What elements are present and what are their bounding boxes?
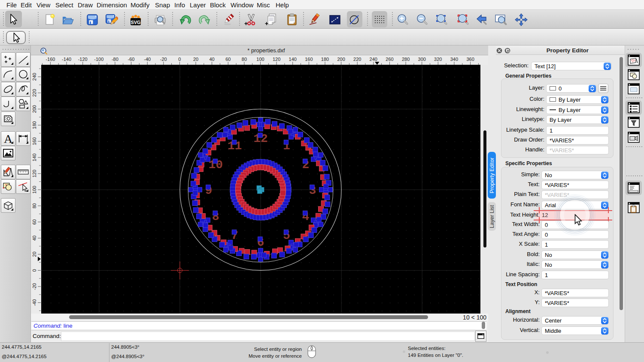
svg-text:80: 80: [32, 203, 37, 208]
svg-text:60: 60: [32, 219, 37, 224]
svg-text:200: 200: [337, 57, 345, 62]
svg-text:-20: -20: [160, 57, 167, 62]
svg-text:220: 220: [32, 89, 37, 97]
svg-text:A: A: [4, 133, 13, 144]
svg-text:200: 200: [32, 105, 37, 113]
svg-text:240: 240: [32, 73, 37, 81]
svg-text:-100: -100: [94, 57, 103, 62]
svg-text:40: 40: [32, 235, 37, 241]
svg-text:-20: -20: [32, 283, 37, 290]
svg-text:-40: -40: [144, 57, 151, 62]
svg-text:80: 80: [242, 57, 247, 62]
svg-text:-60: -60: [128, 57, 135, 62]
svg-text:-140: -140: [62, 57, 71, 62]
svg-text:20: 20: [32, 252, 37, 257]
svg-text:260: 260: [386, 57, 393, 62]
svg-text:100: 100: [32, 186, 37, 193]
svg-text:120: 120: [273, 57, 280, 62]
svg-text:140: 140: [289, 57, 297, 62]
svg-text:300: 300: [418, 57, 426, 62]
svg-text:160: 160: [32, 137, 37, 145]
svg-text:-120: -120: [78, 57, 88, 62]
svg-text:340: 340: [450, 57, 458, 62]
svg-text:220: 220: [353, 57, 361, 62]
svg-text:SVG: SVG: [131, 20, 140, 25]
svg-text:0: 0: [32, 269, 37, 272]
svg-text:240: 240: [370, 57, 377, 62]
svg-text:60: 60: [225, 57, 231, 62]
svg-text:140: 140: [32, 154, 37, 161]
svg-text:-80: -80: [112, 57, 118, 62]
svg-text:160: 160: [305, 57, 313, 62]
svg-text:20: 20: [193, 57, 198, 62]
svg-text:-160: -160: [46, 57, 55, 62]
svg-text:0: 0: [178, 57, 181, 62]
svg-text:360: 360: [466, 57, 474, 62]
svg-text:280: 280: [402, 57, 410, 62]
svg-text:40: 40: [209, 57, 214, 62]
svg-text:180: 180: [321, 57, 329, 62]
svg-text:100: 100: [256, 57, 264, 62]
svg-text:-40: -40: [32, 299, 37, 306]
svg-text:180: 180: [32, 121, 37, 129]
svg-text:120: 120: [32, 170, 37, 178]
svg-text:320: 320: [434, 57, 442, 62]
